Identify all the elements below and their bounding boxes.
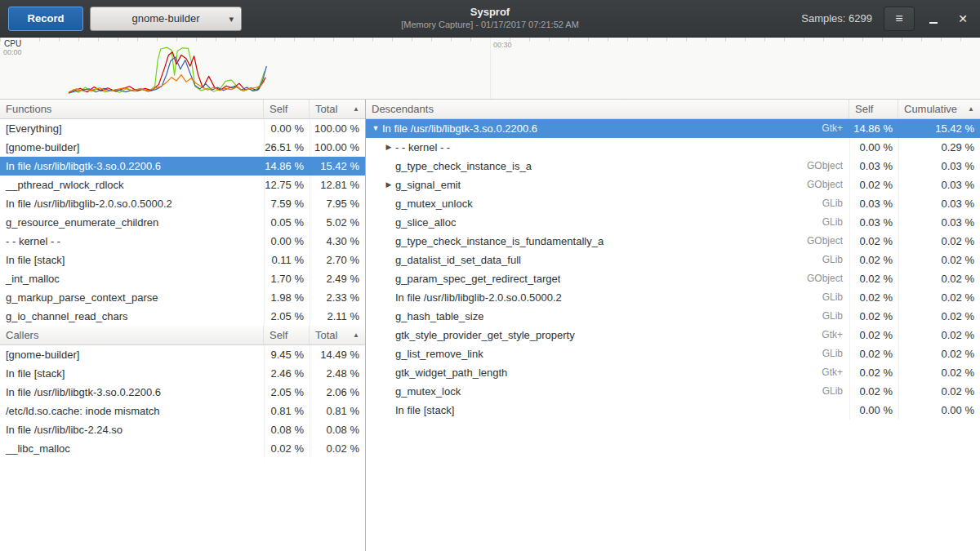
column-total[interactable]: Total▲ bbox=[310, 326, 365, 344]
left-pane: Functions Self Total▲ [Everything]0.00 %… bbox=[0, 100, 366, 551]
cumulative-percent: 0.02 % bbox=[898, 251, 980, 269]
sysprof-window: Sysprof [Memory Capture] - 01/17/2017 07… bbox=[0, 0, 980, 551]
cumulative-percent: 15.42 % bbox=[898, 119, 980, 138]
descendant-name-cell: g_param_spec_get_redirect_targetGObject bbox=[366, 269, 849, 288]
tree-row[interactable]: In file [stack]0.00 %0.00 % bbox=[366, 401, 980, 420]
table-row[interactable]: In file /usr/lib/libgtk-3.so.0.2200.62.0… bbox=[0, 383, 365, 402]
function-name: [gnome-builder] bbox=[0, 138, 264, 157]
tree-row[interactable]: ▶g_signal_emitGObject0.02 %0.03 % bbox=[366, 176, 980, 194]
menu-button[interactable]: ≡ bbox=[884, 7, 915, 31]
column-self[interactable]: Self bbox=[264, 326, 310, 344]
table-row[interactable]: g_markup_parse_context_parse1.98 %2.33 % bbox=[0, 288, 365, 307]
tree-row[interactable]: g_datalist_id_set_data_fullGLib0.02 %0.0… bbox=[366, 251, 980, 269]
function-name: In file /usr/lib/libglib-2.0.so.0.5000.2 bbox=[395, 288, 562, 307]
table-row[interactable]: g_io_channel_read_chars2.05 %2.11 % bbox=[0, 307, 365, 326]
function-name: g_mutex_lock bbox=[395, 382, 461, 401]
hamburger-icon: ≡ bbox=[895, 11, 902, 25]
tree-row[interactable]: g_type_check_instance_is_aGObject0.03 %0… bbox=[366, 157, 980, 176]
tree-row[interactable]: In file /usr/lib/libglib-2.0.so.0.5000.2… bbox=[366, 288, 980, 307]
process-selector-dropdown[interactable]: gnome-builder ▾ bbox=[90, 7, 242, 31]
tree-row[interactable]: g_slice_allocGLib0.03 %0.03 % bbox=[366, 213, 980, 232]
cpu-label: CPU bbox=[4, 39, 21, 48]
tree-row[interactable]: gtk_widget_path_lengthGtk+0.02 %0.02 % bbox=[366, 363, 980, 382]
column-functions[interactable]: Functions bbox=[0, 100, 264, 118]
column-total-label: Total bbox=[315, 100, 337, 118]
samples-count: Samples: 6299 bbox=[801, 12, 872, 24]
table-row[interactable]: [gnome-builder]26.51 %100.00 % bbox=[0, 138, 365, 157]
function-name: _int_malloc bbox=[0, 269, 264, 288]
record-button[interactable]: Record bbox=[8, 7, 83, 31]
table-row[interactable]: In file /usr/lib/libc-2.24.so0.08 %0.08 … bbox=[0, 420, 365, 439]
self-percent: 1.70 % bbox=[264, 269, 310, 288]
functions-table: [Everything]0.00 %100.00 %[gnome-builder… bbox=[0, 119, 365, 326]
total-percent: 14.49 % bbox=[310, 345, 365, 364]
table-row[interactable]: In file [stack]0.11 %2.70 % bbox=[0, 251, 365, 269]
descendant-name-cell: g_mutex_unlockGLib bbox=[366, 194, 849, 213]
self-percent: 0.02 % bbox=[849, 363, 898, 382]
table-row[interactable]: _int_malloc1.70 %2.49 % bbox=[0, 269, 365, 288]
self-percent: 0.02 % bbox=[849, 176, 898, 194]
column-callers[interactable]: Callers bbox=[0, 326, 264, 344]
table-row[interactable]: In file /usr/lib/libglib-2.0.so.0.5000.2… bbox=[0, 194, 365, 213]
cumulative-percent: 0.03 % bbox=[898, 176, 980, 194]
table-row[interactable]: g_resource_enumerate_children0.05 %5.02 … bbox=[0, 213, 365, 232]
tree-row[interactable]: g_hash_table_sizeGLib0.02 %0.02 % bbox=[366, 307, 980, 326]
self-percent: 0.00 % bbox=[849, 138, 898, 157]
library-tag: GLib bbox=[814, 344, 849, 363]
function-name: [gnome-builder] bbox=[0, 345, 264, 364]
time-mid-label: 00:30 bbox=[493, 41, 512, 49]
tree-row[interactable]: g_list_remove_linkGLib0.02 %0.02 % bbox=[366, 344, 980, 363]
total-percent: 100.00 % bbox=[310, 119, 365, 138]
self-percent: 0.02 % bbox=[849, 326, 898, 344]
cumulative-percent: 0.02 % bbox=[898, 344, 980, 363]
function-name: g_resource_enumerate_children bbox=[0, 213, 264, 232]
column-descendants[interactable]: Descendants bbox=[366, 100, 849, 118]
collapse-expander-icon[interactable]: ▼ bbox=[369, 119, 382, 138]
function-name: g_slice_alloc bbox=[395, 213, 456, 232]
descendant-name-cell: gtk_widget_path_lengthGtk+ bbox=[366, 363, 849, 382]
descendant-name-cell: g_type_check_instance_is_aGObject bbox=[366, 157, 849, 176]
table-row[interactable]: - - kernel - -0.00 %4.30 % bbox=[0, 232, 365, 251]
total-percent: 2.48 % bbox=[310, 364, 365, 383]
self-percent: 0.08 % bbox=[264, 420, 310, 439]
cpu-graph-area[interactable]: CPU 00:00 00:30 bbox=[0, 38, 980, 100]
table-row[interactable]: __libc_malloc0.02 %0.02 % bbox=[0, 439, 365, 458]
cumulative-percent: 0.03 % bbox=[898, 194, 980, 213]
column-cumulative[interactable]: Cumulative▲ bbox=[898, 100, 980, 118]
column-self[interactable]: Self bbox=[849, 100, 898, 118]
tree-row[interactable]: gtk_style_provider_get_style_propertyGtk… bbox=[366, 326, 980, 344]
table-row[interactable]: [gnome-builder]9.45 %14.49 % bbox=[0, 345, 365, 364]
function-name: In file /usr/lib/libgtk-3.so.0.2200.6 bbox=[0, 383, 264, 402]
self-percent: 0.02 % bbox=[849, 251, 898, 269]
table-row[interactable]: __pthread_rwlock_rdlock12.75 %12.81 % bbox=[0, 176, 365, 194]
minimize-button[interactable] bbox=[923, 8, 944, 29]
descendant-name-cell: g_list_remove_linkGLib bbox=[366, 344, 849, 363]
expand-expander-icon[interactable]: ▶ bbox=[382, 176, 395, 194]
tree-row[interactable]: g_mutex_lockGLib0.02 %0.02 % bbox=[366, 382, 980, 401]
descendant-name-cell: ▼In file /usr/lib/libgtk-3.so.0.2200.6Gt… bbox=[366, 119, 849, 138]
tree-row[interactable]: ▶- - kernel - -0.00 %0.29 % bbox=[366, 138, 980, 157]
tree-row[interactable]: g_mutex_unlockGLib0.03 %0.03 % bbox=[366, 194, 980, 213]
tree-row[interactable]: ▼In file /usr/lib/libgtk-3.so.0.2200.6Gt… bbox=[366, 119, 980, 138]
expand-expander-icon[interactable]: ▶ bbox=[382, 138, 395, 157]
self-percent: 12.75 % bbox=[264, 176, 310, 194]
table-row[interactable]: In file [stack]2.46 %2.48 % bbox=[0, 364, 365, 383]
function-name: g_signal_emit bbox=[395, 176, 461, 194]
sort-indicator-icon: ▲ bbox=[968, 100, 974, 118]
right-pane: Descendants Self Cumulative▲ ▼In file /u… bbox=[366, 100, 980, 551]
self-percent: 0.03 % bbox=[849, 194, 898, 213]
descendants-table: ▼In file /usr/lib/libgtk-3.so.0.2200.6Gt… bbox=[366, 119, 980, 420]
table-row[interactable]: /etc/ld.so.cache: inode mismatch0.81 %0.… bbox=[0, 402, 365, 420]
tree-row[interactable]: g_param_spec_get_redirect_targetGObject0… bbox=[366, 269, 980, 288]
sort-indicator-icon: ▲ bbox=[353, 100, 359, 118]
table-row[interactable]: In file /usr/lib/libgtk-3.so.0.2200.614.… bbox=[0, 157, 365, 176]
header-right-cluster: Samples: 6299 ≡ ✕ bbox=[801, 7, 973, 31]
column-total[interactable]: Total▲ bbox=[310, 100, 365, 118]
close-button[interactable]: ✕ bbox=[952, 8, 973, 29]
function-name: g_io_channel_read_chars bbox=[0, 307, 264, 326]
descendant-name-cell: g_mutex_lockGLib bbox=[366, 382, 849, 401]
self-percent: 0.00 % bbox=[264, 119, 310, 138]
tree-row[interactable]: g_type_check_instance_is_fundamentally_a… bbox=[366, 232, 980, 251]
column-self[interactable]: Self bbox=[264, 100, 310, 118]
table-row[interactable]: [Everything]0.00 %100.00 % bbox=[0, 119, 365, 138]
